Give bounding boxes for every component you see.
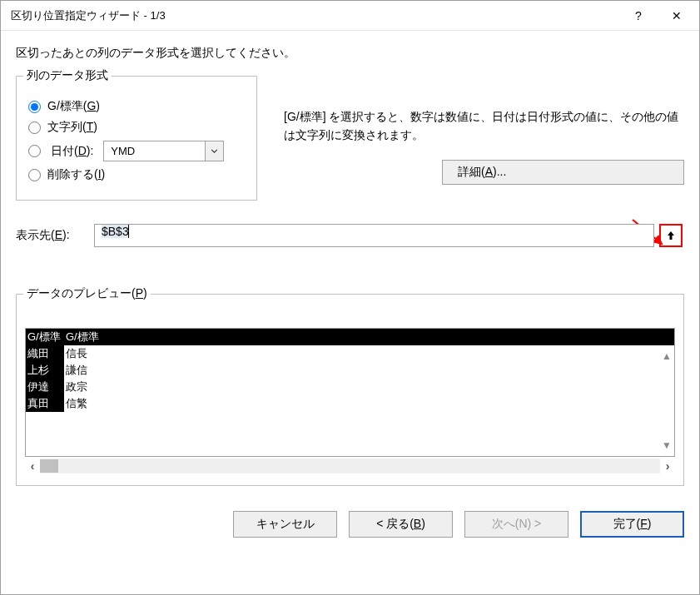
back-button[interactable]: < 戻る(B) bbox=[349, 511, 453, 538]
instruction-text: 区切ったあとの列のデータ形式を選択してください。 bbox=[16, 46, 684, 61]
finish-button[interactable]: 完了(F) bbox=[580, 511, 684, 538]
preview-cell: 上杉 bbox=[26, 362, 63, 379]
dropdown-button[interactable] bbox=[205, 141, 223, 161]
scroll-thumb[interactable] bbox=[40, 459, 58, 473]
collapse-dialog-button[interactable] bbox=[659, 224, 683, 247]
help-button[interactable]: ? bbox=[619, 2, 658, 29]
column-format-fieldset: 列のデータ形式 G/標準(G) 文字列(T) 日付(D): YM bbox=[16, 76, 257, 201]
destination-label: 表示先(E): bbox=[16, 228, 89, 243]
date-format-select[interactable]: YMD bbox=[103, 141, 224, 161]
preview-column: G/標準 織田 上杉 伊達 真田 bbox=[26, 329, 64, 412]
preview-cell: 政宗 bbox=[64, 379, 674, 395]
date-format-value: YMD bbox=[104, 145, 205, 157]
destination-input[interactable]: $B$3 bbox=[94, 224, 654, 247]
preview-legend: データのプレビュー(P) bbox=[23, 286, 151, 301]
preview-cell: 信長 bbox=[64, 345, 674, 362]
radio-date-label[interactable]: 日付(D): bbox=[51, 144, 93, 159]
preview-box[interactable]: G/標準 織田 上杉 伊達 真田 G/標準 信長 謙信 政宗 信繁 ▲ ▼ bbox=[25, 328, 675, 457]
radio-text[interactable] bbox=[28, 121, 41, 134]
radio-skip-label[interactable]: 削除する(I) bbox=[47, 167, 105, 182]
titlebar: 区切り位置指定ウィザード - 1/3 ? ✕ bbox=[1, 1, 699, 31]
scroll-left-icon[interactable]: ‹ bbox=[25, 459, 40, 473]
preview-fieldset: データのプレビュー(P) G/標準 織田 上杉 伊達 真田 G/標準 信長 謙信… bbox=[16, 294, 684, 486]
radio-text-label[interactable]: 文字列(T) bbox=[47, 120, 97, 135]
scroll-right-icon[interactable]: › bbox=[660, 459, 675, 473]
scroll-up-icon[interactable]: ▲ bbox=[662, 350, 672, 362]
preview-column: G/標準 信長 謙信 政宗 信繁 bbox=[64, 329, 674, 412]
close-button[interactable]: ✕ bbox=[658, 2, 696, 29]
details-button[interactable]: 詳細(A)... bbox=[442, 160, 684, 185]
preview-header: G/標準 bbox=[64, 329, 674, 345]
collapse-dialog-icon bbox=[666, 230, 676, 241]
preview-header: G/標準 bbox=[26, 329, 63, 345]
preview-cell: 織田 bbox=[26, 345, 63, 362]
chevron-down-icon bbox=[211, 149, 218, 153]
format-description: [G/標準] を選択すると、数字は数値に、日付は日付形式の値に、その他の値は文字… bbox=[284, 107, 684, 145]
next-button: 次へ(N) > bbox=[464, 511, 568, 538]
radio-general[interactable] bbox=[28, 101, 41, 113]
radio-date[interactable] bbox=[28, 145, 41, 157]
preview-cell: 真田 bbox=[26, 395, 63, 412]
scroll-track[interactable] bbox=[40, 459, 660, 474]
preview-cell: 信繁 bbox=[64, 395, 674, 412]
radio-general-label[interactable]: G/標準(G) bbox=[47, 99, 100, 114]
horizontal-scrollbar[interactable]: ‹ › bbox=[25, 459, 675, 474]
vertical-scrollbar[interactable]: ▲ ▼ bbox=[659, 345, 674, 456]
radio-skip[interactable] bbox=[28, 169, 41, 181]
scroll-down-icon[interactable]: ▼ bbox=[662, 439, 672, 451]
fieldset-legend: 列のデータ形式 bbox=[23, 68, 112, 83]
cancel-button[interactable]: キャンセル bbox=[233, 511, 337, 538]
window-title: 区切り位置指定ウィザード - 1/3 bbox=[11, 8, 619, 23]
preview-cell: 謙信 bbox=[64, 362, 674, 379]
preview-cell: 伊達 bbox=[26, 379, 63, 395]
